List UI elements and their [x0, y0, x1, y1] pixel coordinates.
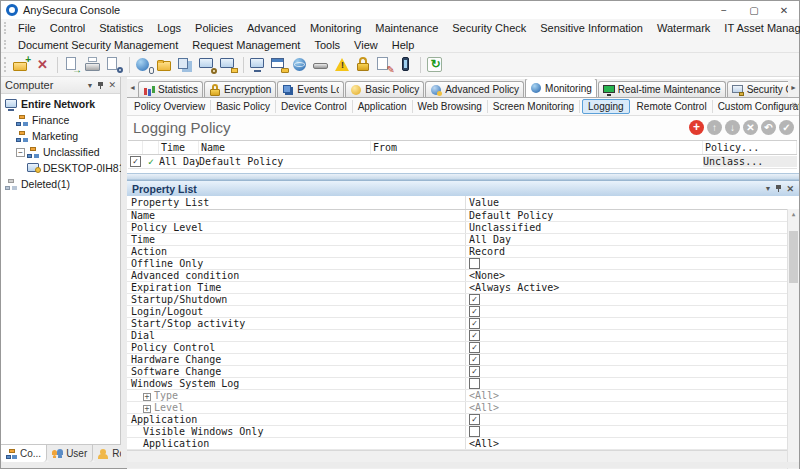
globe-icon[interactable] — [291, 56, 310, 74]
add-policy-button[interactable]: + — [689, 120, 704, 135]
subtab-policy-overview[interactable]: Policy Overview — [129, 100, 211, 113]
column-name[interactable]: Name — [199, 141, 371, 154]
sidebar-tab-user[interactable]: User — [47, 445, 93, 462]
checkbox-checked[interactable]: ✓ — [469, 342, 480, 353]
checkbox-checked[interactable]: ✓ — [469, 354, 480, 365]
maximize-button[interactable]: ▢ — [739, 5, 769, 16]
menu-help[interactable]: Help — [385, 39, 422, 51]
scrollbar-thumb[interactable] — [789, 231, 798, 283]
print-icon[interactable] — [84, 56, 103, 74]
property-value[interactable]: <Always Active> — [465, 282, 788, 293]
copy-icon[interactable] — [177, 56, 196, 74]
menu-view[interactable]: View — [347, 39, 385, 51]
property-row-advanced-condition[interactable]: Advanced condition<None> — [127, 270, 788, 282]
column-time[interactable]: Time — [159, 141, 199, 154]
property-row-level[interactable]: +Level<All> — [127, 402, 788, 414]
property-value[interactable]: Record — [465, 246, 788, 257]
property-row-action[interactable]: ActionRecord — [127, 246, 788, 258]
lock-icon[interactable] — [354, 56, 373, 74]
tab-advanced-policy[interactable]: Advanced Policy — [425, 81, 524, 97]
computers-icon[interactable] — [249, 56, 268, 74]
property-row-type[interactable]: +Type<All> — [127, 390, 788, 402]
tree-item-entire-network[interactable]: Entire Network — [1, 96, 120, 112]
checkbox-checked[interactable]: ✓ — [469, 366, 480, 377]
column-from[interactable]: From — [371, 141, 703, 154]
horizontal-splitter[interactable] — [127, 173, 799, 180]
property-row-expiration-time[interactable]: Expiration Time<Always Active> — [127, 282, 788, 294]
property-value[interactable]: <None> — [465, 270, 788, 281]
subtab-basic-policy[interactable]: Basic Policy — [211, 100, 276, 113]
checkbox-checked[interactable]: ✓ — [469, 294, 480, 305]
menu-request-management[interactable]: Request Management — [185, 39, 307, 51]
refresh-icon[interactable] — [426, 56, 445, 74]
property-value[interactable]: Default Policy — [465, 210, 788, 221]
property-row-dial[interactable]: Dial✓ — [127, 330, 788, 342]
checkbox-unchecked[interactable] — [469, 258, 480, 269]
property-row-visible-windows-only[interactable]: Visible Windows Only — [127, 426, 788, 438]
edit-icon[interactable] — [375, 56, 394, 74]
property-row-offline-only[interactable]: Offline Only — [127, 258, 788, 270]
checkbox-checked[interactable]: ✓ — [469, 318, 480, 329]
menu-advanced[interactable]: Advanced — [240, 22, 303, 34]
checkbox-checked[interactable]: ✓ — [469, 330, 480, 341]
property-row-start-stop-activity[interactable]: Start/Stop activity✓ — [127, 318, 788, 330]
menu-document-security-management[interactable]: Document Security Management — [11, 39, 185, 51]
checkbox-unchecked[interactable] — [469, 378, 480, 389]
expand-icon[interactable]: + — [143, 405, 151, 413]
tab-security-check[interactable]: Security Check — [727, 81, 788, 97]
menu-security-check[interactable]: Security Check — [445, 22, 533, 34]
tab-monitoring[interactable]: Monitoring — [525, 79, 597, 97]
folder-icon[interactable] — [156, 56, 175, 74]
pin-icon[interactable] — [97, 81, 104, 90]
tab-scroll-left-icon[interactable]: ◄ — [127, 79, 138, 97]
panel-dropdown-icon[interactable]: ▼ — [765, 185, 772, 192]
menu-monitoring[interactable]: Monitoring — [303, 22, 368, 34]
property-row-policy-control[interactable]: Policy Control✓ — [127, 342, 788, 354]
subtab-application[interactable]: Application — [353, 100, 413, 113]
subtab-web-browsing[interactable]: Web Browsing — [413, 100, 488, 113]
export-icon[interactable] — [63, 56, 82, 74]
property-row-name[interactable]: NameDefault Policy — [127, 210, 788, 222]
tab-real-time-maintenance[interactable]: Real-time Maintenance — [598, 81, 726, 97]
panel-close-icon[interactable]: ✕ — [108, 80, 116, 90]
menu-policies[interactable]: Policies — [188, 22, 240, 34]
property-row-software-change[interactable]: Software Change✓ — [127, 366, 788, 378]
menu-file[interactable]: File — [11, 22, 43, 34]
tab-events-log[interactable]: Events Log — [277, 81, 344, 97]
delete-icon[interactable] — [33, 56, 52, 74]
sidebar-tab-co[interactable]: Co... — [1, 445, 47, 462]
window-folder-icon[interactable] — [270, 56, 289, 74]
tab-scroll-right-icon[interactable]: ► — [788, 79, 799, 97]
property-row-windows-system-log[interactable]: Windows System Log — [127, 378, 788, 390]
tree-item-deleted-1[interactable]: Deleted(1) — [1, 176, 120, 192]
menu-control[interactable]: Control — [43, 22, 92, 34]
apply-button[interactable]: ✓ — [779, 120, 794, 135]
mobile-icon[interactable] — [396, 56, 415, 74]
menu-maintenance[interactable]: Maintenance — [368, 22, 445, 34]
property-row-startup-shutdown[interactable]: Startup/Shutdown✓ — [127, 294, 788, 306]
panel-dropdown-icon[interactable]: ▼ — [87, 82, 94, 89]
tab-encryption[interactable]: Encryption — [204, 81, 276, 97]
menu-watermark[interactable]: Watermark — [650, 22, 717, 34]
device-icon[interactable] — [312, 56, 331, 74]
property-value[interactable]: <All> — [465, 402, 788, 413]
menu-statistics[interactable]: Statistics — [92, 22, 150, 34]
property-scrollbar[interactable]: ▲ — [787, 209, 799, 469]
tree-item-marketing[interactable]: Marketing — [1, 128, 120, 144]
subtab-device-control[interactable]: Device Control — [276, 100, 353, 113]
remote-icon[interactable] — [135, 56, 154, 74]
move-down-button[interactable]: ↓ — [725, 120, 740, 135]
property-value[interactable]: Unclassified — [465, 222, 788, 233]
property-row-application[interactable]: Application✓ — [127, 414, 788, 426]
subtab-custom-configuration[interactable]: Custom Configuration — [713, 100, 799, 113]
property-row-policy-level[interactable]: Policy LevelUnclassified — [127, 222, 788, 234]
menu-it-asset-management[interactable]: IT Asset Management — [717, 22, 800, 34]
tab-overflow-icon[interactable]: » — [791, 99, 797, 110]
tree-item-unclassified[interactable]: −Unclassified — [1, 144, 120, 160]
property-row-hardware-change[interactable]: Hardware Change✓ — [127, 354, 788, 366]
property-value[interactable]: <All> — [465, 390, 788, 401]
menu-tools[interactable]: Tools — [307, 39, 347, 51]
tree-item-finance[interactable]: Finance — [1, 112, 120, 128]
menu-sensitive-information[interactable]: Sensitive Information — [533, 22, 650, 34]
column-policy[interactable]: Policy... — [703, 141, 797, 154]
